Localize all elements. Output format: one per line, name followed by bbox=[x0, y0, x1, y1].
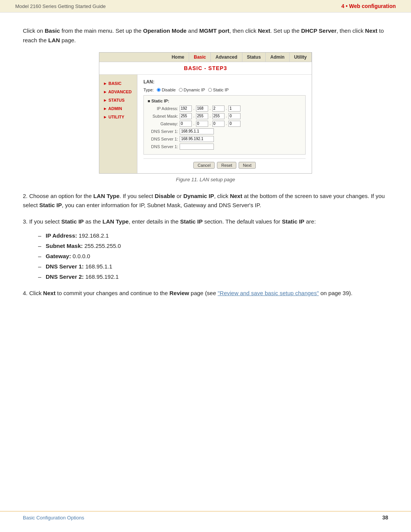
bullet-mask: Subnet Mask: 255.255.255.0 bbox=[38, 241, 388, 251]
radio-dynamic-input[interactable] bbox=[179, 88, 183, 92]
bullet-dns2: DNS Server 2: 168.95.192.1 bbox=[38, 272, 388, 282]
ip-octet-3[interactable] bbox=[212, 105, 225, 112]
gw-octet-2[interactable] bbox=[196, 121, 208, 127]
dns3-input[interactable] bbox=[180, 144, 214, 150]
header-bar: Model 2160 Series Getting Started Guide … bbox=[0, 0, 411, 13]
ip-address-row: IP Address: . . . bbox=[148, 105, 301, 112]
footer-right: 38 bbox=[382, 514, 388, 521]
radio-disable-label: Disable bbox=[162, 88, 176, 92]
sidebar-item-advanced[interactable]: ► ADVANCED bbox=[99, 88, 137, 96]
sidebar-item-admin[interactable]: ► ADMIN bbox=[99, 104, 137, 113]
sidebar-item-status[interactable]: ► STATUS bbox=[99, 96, 137, 104]
gw-octet-1[interactable] bbox=[180, 121, 192, 127]
dns1-label: DNS Server 1: bbox=[148, 129, 178, 134]
step3-bullets: IP Address: 192.168.2.1 Subnet Mask: 255… bbox=[38, 230, 388, 282]
mask-octet-4[interactable] bbox=[228, 113, 241, 119]
gw-octet-4[interactable] bbox=[228, 121, 241, 127]
page-footer: Basic Configuration Options 38 bbox=[0, 511, 411, 521]
static-ip-section: ■ Static IP: IP Address: . . . Su bbox=[143, 95, 306, 155]
dns2-row: DNS Server 1: bbox=[148, 136, 301, 142]
gateway-label: Gateway: bbox=[148, 121, 178, 126]
fig-caption: Figure 11. LAN setup page bbox=[23, 177, 388, 182]
radio-dynamic[interactable]: Dynamic IP bbox=[179, 88, 205, 92]
nav-basic[interactable]: Basic bbox=[189, 53, 211, 62]
mask-octet-1[interactable] bbox=[180, 113, 192, 119]
button-row: Cancel Reset Next bbox=[143, 158, 306, 169]
step1-section: Click on Basic from the main menu. Set u… bbox=[23, 26, 388, 45]
dns3-row: DNS Server 1: bbox=[148, 144, 301, 150]
sidebar: ► BASIC ► ADVANCED ► STATUS ► ADMIN ► UT… bbox=[99, 75, 137, 173]
nav-home[interactable]: Home bbox=[167, 53, 189, 62]
static-ip-title: ■ Static IP: bbox=[148, 99, 301, 103]
cancel-button[interactable]: Cancel bbox=[193, 162, 215, 169]
radio-dynamic-label: Dynamic IP bbox=[184, 88, 205, 92]
ip-octet-2[interactable] bbox=[196, 105, 208, 112]
step1-text: Click on Basic from the main menu. Set u… bbox=[23, 26, 388, 45]
nav-utility[interactable]: Utility bbox=[290, 53, 312, 62]
radio-disable[interactable]: Disable bbox=[157, 88, 176, 92]
main-content: Click on Basic from the main menu. Set u… bbox=[0, 13, 411, 328]
subnet-mask-row: Subnet Mask: . . . bbox=[148, 113, 301, 119]
reset-button[interactable]: Reset bbox=[217, 162, 236, 169]
dns1-input[interactable] bbox=[180, 128, 214, 134]
header-right: 4 • Web configuration bbox=[341, 3, 396, 9]
page-title-bar: BASIC - STEP3 bbox=[99, 62, 312, 75]
footer-left: Basic Configuration Options bbox=[23, 515, 84, 521]
step4-text: 4. Click Next to commit your changes and… bbox=[23, 289, 388, 298]
content-area: LAN: Type: Disable Dynamic IP Static IP bbox=[137, 75, 312, 173]
screenshot-container: Home Basic Advanced Status Admin Utility… bbox=[99, 52, 312, 174]
dns2-input[interactable] bbox=[180, 136, 214, 142]
mask-octet-3[interactable] bbox=[212, 113, 225, 119]
radio-static-input[interactable] bbox=[208, 88, 212, 92]
gateway-row: Gateway: . . . bbox=[148, 121, 301, 127]
ip-octet-4[interactable] bbox=[228, 105, 241, 112]
step3-section: 3. If you select Static IP as the LAN Ty… bbox=[23, 217, 388, 282]
bullet-gw: Gateway: 0.0.0.0 bbox=[38, 251, 388, 261]
radio-disable-input[interactable] bbox=[157, 88, 161, 92]
header-left: Model 2160 Series Getting Started Guide bbox=[15, 3, 106, 9]
subnet-mask-label: Subnet Mask: bbox=[148, 114, 178, 118]
sidebar-item-utility[interactable]: ► UTILITY bbox=[99, 113, 137, 121]
nav-bar: Home Basic Advanced Status Admin Utility bbox=[99, 53, 312, 62]
nav-status[interactable]: Status bbox=[242, 53, 266, 62]
step2-text: 2. Choose an option for the LAN Type. If… bbox=[23, 192, 388, 211]
review-link[interactable]: "Review and save basic setup changes" bbox=[218, 290, 319, 296]
page-title: BASIC - STEP3 bbox=[184, 65, 227, 71]
ip-address-label: IP Address: bbox=[148, 106, 178, 111]
gw-octet-3[interactable] bbox=[212, 121, 225, 127]
type-row: Type: Disable Dynamic IP Static IP bbox=[143, 88, 306, 92]
type-label: Type: bbox=[143, 88, 154, 92]
bullet-ip: IP Address: 192.168.2.1 bbox=[38, 230, 388, 241]
lan-label: LAN: bbox=[143, 79, 306, 85]
mask-octet-2[interactable] bbox=[196, 113, 208, 119]
nav-advanced[interactable]: Advanced bbox=[211, 53, 242, 62]
step2-section: 2. Choose an option for the LAN Type. If… bbox=[23, 192, 388, 211]
step4-section: 4. Click Next to commit your changes and… bbox=[23, 289, 388, 298]
dns2-label: DNS Server 1: bbox=[148, 137, 178, 141]
next-button[interactable]: Next bbox=[239, 162, 256, 169]
bullet-dns1: DNS Server 1: 168.95.1.1 bbox=[38, 261, 388, 272]
radio-static-label: Static IP bbox=[213, 88, 229, 92]
dns3-label: DNS Server 1: bbox=[148, 144, 178, 149]
step3-text: 3. If you select Static IP as the LAN Ty… bbox=[23, 217, 388, 227]
radio-static[interactable]: Static IP bbox=[208, 88, 229, 92]
nav-admin[interactable]: Admin bbox=[266, 53, 289, 62]
screenshot-body: ► BASIC ► ADVANCED ► STATUS ► ADMIN ► UT… bbox=[99, 75, 312, 173]
dns1-row: DNS Server 1: bbox=[148, 128, 301, 134]
sidebar-item-basic[interactable]: ► BASIC bbox=[99, 79, 137, 88]
ip-octet-1[interactable] bbox=[180, 105, 192, 112]
